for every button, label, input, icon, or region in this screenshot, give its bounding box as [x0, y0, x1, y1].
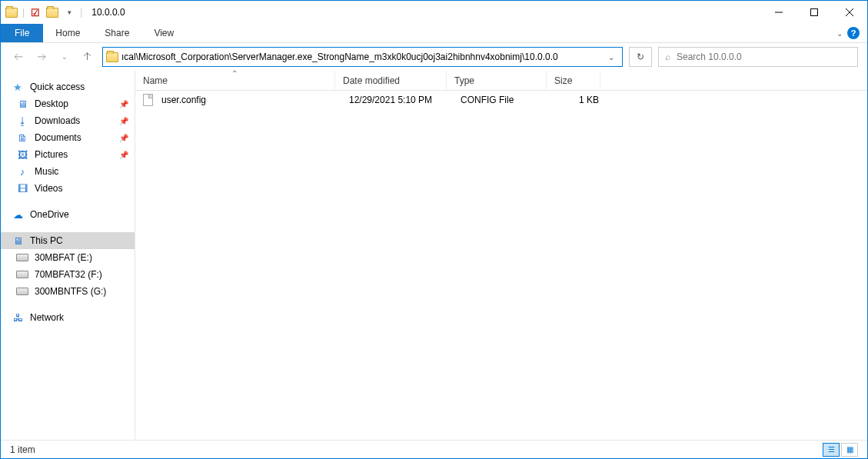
search-box[interactable]: ⌕: [658, 47, 858, 67]
folder-icon[interactable]: [46, 6, 58, 18]
pictures-icon: 🖼: [16, 148, 28, 161]
pin-icon: 📌: [119, 134, 128, 142]
file-list-view: ⌃ Name Date modified Type Size user.conf…: [135, 71, 867, 440]
nav-drive-e[interactable]: 30MBFAT (E:): [1, 249, 135, 266]
properties-icon[interactable]: ☑: [29, 6, 42, 18]
navigation-toolbar: 🡠 🡢 ⌄ 🡡 ıcal\Microsoft_Corporation\Serve…: [1, 43, 867, 71]
refresh-button[interactable]: ↻: [629, 47, 652, 67]
nav-network[interactable]: 🖧 Network: [1, 309, 135, 326]
nav-label: Downloads: [35, 115, 80, 126]
file-date: 12/29/2021 5:10 PM: [341, 95, 453, 105]
nav-label: Network: [30, 312, 64, 323]
folder-icon: [5, 6, 18, 18]
sort-indicator-icon: ⌃: [231, 69, 238, 78]
svg-rect-1: [811, 9, 818, 16]
nav-label: Documents: [35, 132, 81, 143]
pc-icon: 🖥: [12, 234, 24, 247]
nav-label: Music: [35, 166, 58, 177]
nav-label: 70MBFAT32 (F:): [35, 269, 102, 280]
column-date[interactable]: Date modified: [335, 71, 447, 90]
nav-drive-g[interactable]: 300MBNTFS (G:): [1, 283, 135, 300]
nav-onedrive[interactable]: ☁ OneDrive: [1, 206, 135, 223]
tab-share[interactable]: Share: [92, 24, 141, 42]
file-icon: [141, 94, 154, 106]
tab-home[interactable]: Home: [43, 24, 92, 42]
forward-button[interactable]: 🡢: [33, 48, 50, 65]
file-name: user.config: [154, 95, 341, 105]
search-icon: ⌕: [665, 52, 670, 62]
nav-drive-f[interactable]: 70MBFAT32 (F:): [1, 266, 135, 283]
details-view-button[interactable]: ☰: [823, 443, 840, 457]
onedrive-icon: ☁: [12, 208, 24, 221]
minimize-button[interactable]: [761, 1, 796, 24]
nav-music[interactable]: ♪ Music: [1, 163, 135, 180]
back-button[interactable]: 🡠: [10, 48, 27, 65]
nav-downloads[interactable]: ⭳ Downloads 📌: [1, 112, 135, 129]
address-path[interactable]: ıcal\Microsoft_Corporation\ServerManager…: [118, 52, 604, 62]
nav-quick-access[interactable]: ★ Quick access: [1, 78, 135, 95]
qat-divider: |: [22, 7, 25, 18]
nav-label: Quick access: [30, 81, 85, 92]
ribbon-expand-icon[interactable]: ⌄: [836, 29, 843, 38]
nav-this-pc[interactable]: 🖥 This PC: [1, 232, 135, 249]
tab-view[interactable]: View: [141, 24, 186, 42]
folder-icon: [106, 51, 118, 63]
desktop-icon: 🖥: [16, 98, 28, 110]
close-button[interactable]: [832, 1, 867, 24]
qat-divider: |: [80, 7, 82, 18]
large-icons-view-button[interactable]: ▦: [841, 443, 858, 457]
navigation-pane: ★ Quick access 🖥 Desktop 📌 ⭳ Downloads 📌…: [1, 71, 135, 440]
pin-icon: 📌: [119, 117, 128, 125]
videos-icon: 🎞: [16, 182, 28, 195]
file-size: 1 KB: [553, 95, 607, 105]
nav-label: This PC: [30, 235, 63, 246]
status-text: 1 item: [10, 444, 35, 455]
quick-access-toolbar: | ☑ ▾ |: [1, 6, 87, 18]
nav-label: Videos: [35, 183, 62, 194]
column-type[interactable]: Type: [447, 71, 547, 90]
nav-videos[interactable]: 🎞 Videos: [1, 180, 135, 197]
maximize-button[interactable]: [796, 1, 832, 24]
file-type: CONFIG File: [453, 95, 553, 105]
music-icon: ♪: [16, 165, 28, 178]
recent-locations-dropdown[interactable]: ⌄: [56, 48, 73, 65]
qat-dropdown-icon[interactable]: ▾: [63, 6, 75, 18]
window-title: 10.0.0.0: [87, 7, 125, 18]
column-headers: ⌃ Name Date modified Type Size: [135, 71, 867, 91]
nav-label: OneDrive: [30, 209, 69, 220]
ribbon: File Home Share View ⌄ ?: [1, 24, 867, 43]
star-icon: ★: [12, 81, 24, 93]
up-button[interactable]: 🡡: [79, 48, 96, 65]
address-bar[interactable]: ıcal\Microsoft_Corporation\ServerManager…: [102, 47, 623, 67]
network-icon: 🖧: [12, 311, 24, 324]
search-input[interactable]: [677, 52, 851, 62]
nav-label: Pictures: [35, 149, 68, 160]
pin-icon: 📌: [119, 100, 128, 108]
file-row[interactable]: user.config 12/29/2021 5:10 PM CONFIG Fi…: [135, 91, 867, 109]
address-dropdown-icon[interactable]: ⌄: [604, 53, 619, 62]
nav-label: 300MBNTFS (G:): [35, 286, 106, 297]
nav-label: Desktop: [35, 98, 68, 109]
file-tab[interactable]: File: [1, 24, 43, 42]
help-icon[interactable]: ?: [847, 27, 860, 39]
title-bar: | ☑ ▾ | 10.0.0.0: [1, 1, 867, 24]
drive-icon: [16, 251, 28, 264]
pin-icon: 📌: [119, 151, 128, 159]
nav-pictures[interactable]: 🖼 Pictures 📌: [1, 146, 135, 163]
drive-icon: [16, 268, 28, 281]
drive-icon: [16, 285, 28, 298]
status-bar: 1 item ☰ ▦: [1, 440, 867, 458]
nav-label: 30MBFAT (E:): [35, 252, 92, 263]
column-size[interactable]: Size: [547, 71, 600, 90]
nav-documents[interactable]: 🗎 Documents 📌: [1, 129, 135, 146]
downloads-icon: ⭳: [16, 115, 28, 127]
nav-desktop[interactable]: 🖥 Desktop 📌: [1, 95, 135, 112]
documents-icon: 🗎: [16, 131, 28, 144]
